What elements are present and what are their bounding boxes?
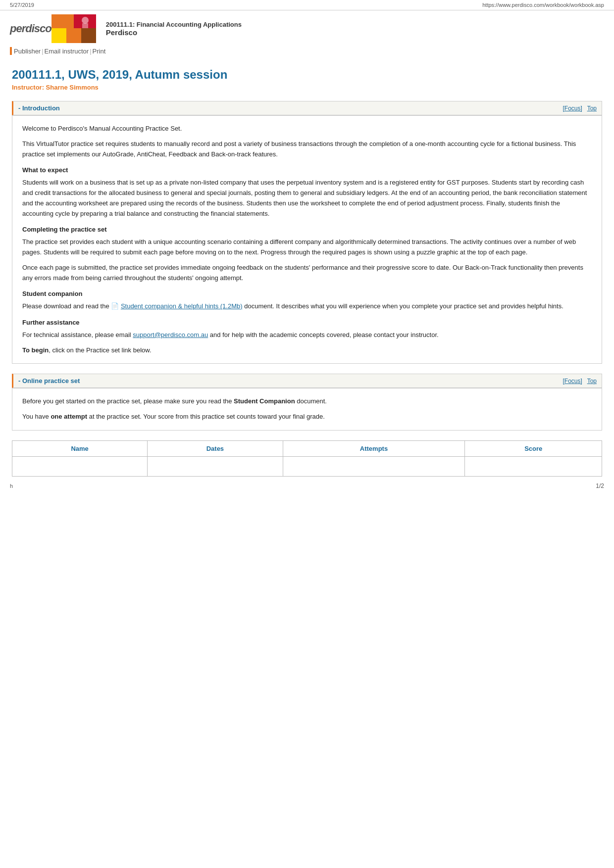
logo-area: perdisco — [10, 14, 96, 43]
svg-rect-0 — [51, 14, 74, 28]
logo-graphic — [51, 14, 96, 43]
table-cell-name — [12, 456, 148, 476]
online-practice-set-title: - Online practice set — [18, 377, 80, 385]
support-email-link[interactable]: support@perdisco.com.au — [133, 331, 208, 338]
online-para2-post: at the practice set. Your score from thi… — [89, 413, 325, 420]
online-practice-para1: Before you get started on the practice s… — [22, 396, 592, 407]
intro-para1: Welcome to Perdisco's Manual Accounting … — [22, 124, 592, 134]
online-practice-set-content-box: Before you get started on the practice s… — [12, 388, 602, 431]
page-footer: h 1/2 — [0, 481, 614, 491]
publisher-link[interactable]: Publisher — [14, 48, 41, 55]
header: perdisco 200111.1: Financial Accounting … — [0, 10, 614, 45]
online-para1-pre: Before you get started on the practice s… — [22, 397, 232, 405]
to-begin-text: To begin — [22, 346, 49, 354]
student-companion-para: Please download and read the 📄 Student c… — [22, 301, 592, 312]
online-practice-focus-link[interactable]: [Focus] — [563, 378, 582, 385]
to-begin-para: To begin, click on the Practice set link… — [22, 345, 592, 356]
online-practice-set-section-header: - Online practice set [Focus] Top — [12, 374, 602, 388]
completing-body1: The practice set provides each student w… — [22, 237, 592, 258]
email-instructor-link[interactable]: Email instructor — [45, 48, 89, 55]
footer-left: h — [10, 483, 13, 489]
page-title-section: 200111.1, UWS, 2019, Autumn session Inst… — [0, 59, 614, 101]
what-to-expect-body: Students will work on a business that is… — [22, 178, 592, 219]
course-title-area: 200111.1: Financial Accounting Applicati… — [106, 21, 242, 37]
intro-para2: This VirtualTutor practice set requires … — [22, 139, 592, 160]
to-begin-rest: , click on the Practice set link below. — [49, 346, 151, 354]
nav-separator-1: | — [42, 48, 43, 55]
student-companion-pre: Please download and read the — [22, 302, 109, 310]
page-title: 200111.1, UWS, 2019, Autumn session — [12, 68, 602, 82]
online-para1-post: document. — [297, 397, 327, 405]
completing-head: Completing the practice set — [22, 225, 592, 235]
introduction-title: - Introduction — [18, 104, 60, 112]
instructor-line: Instructor: Sharne Simmons — [12, 84, 602, 91]
student-companion-head: Student companion — [22, 289, 592, 299]
print-link[interactable]: Print — [93, 48, 106, 55]
pagination: 1/2 — [596, 482, 604, 489]
nav-links: Publisher | Email instructor | Print — [0, 45, 614, 59]
further-assistance-pre: For technical assistance, please email — [22, 331, 131, 338]
online-para2-pre: You have — [22, 413, 49, 420]
practice-table: Name Dates Attempts Score — [12, 440, 602, 477]
table-header-row: Name Dates Attempts Score — [12, 440, 602, 456]
online-para1-bold: Student Companion — [234, 397, 295, 405]
table-cell-dates — [148, 456, 283, 476]
further-assistance-post: and for help with the academic concepts … — [210, 331, 439, 338]
introduction-section-header: - Introduction [Focus] Top — [12, 101, 602, 115]
col-attempts: Attempts — [283, 440, 465, 456]
logo-text: perdisco — [10, 22, 51, 35]
further-assistance-head: Further assistance — [22, 318, 592, 328]
col-score: Score — [465, 440, 602, 456]
table-row — [12, 456, 602, 476]
svg-rect-4 — [81, 28, 96, 43]
svg-rect-6 — [82, 23, 88, 28]
completing-body2: Once each page is submitted, the practic… — [22, 263, 592, 284]
student-companion-link[interactable]: Student companion & helpful hints (1.2Mb… — [121, 302, 243, 310]
further-assistance-para: For technical assistance, please email s… — [22, 330, 592, 340]
introduction-header-links: [Focus] Top — [563, 105, 597, 112]
introduction-content-box: Welcome to Perdisco's Manual Accounting … — [12, 115, 602, 364]
online-practice-set-header-links: [Focus] Top — [563, 378, 597, 385]
col-name: Name — [12, 440, 148, 456]
date-display: 5/27/2019 — [10, 2, 34, 8]
online-practice-para2: You have one attempt at the practice set… — [22, 412, 592, 422]
online-para2-bold: one attempt — [51, 413, 87, 420]
course-title: 200111.1: Financial Accounting Applicati… — [106, 21, 242, 28]
online-practice-top-link[interactable]: Top — [587, 378, 597, 385]
svg-rect-2 — [51, 28, 66, 43]
top-bar: 5/27/2019 https://www.perdisco.com/workb… — [0, 0, 614, 10]
url-display: https://www.perdisco.com/workbook/workbo… — [482, 2, 604, 8]
course-brand: Perdisco — [106, 28, 242, 37]
introduction-focus-link[interactable]: [Focus] — [563, 105, 582, 112]
svg-point-5 — [82, 17, 89, 24]
student-companion-post: document. It describes what you will exp… — [244, 302, 563, 310]
introduction-top-link[interactable]: Top — [587, 105, 597, 112]
table-cell-score — [465, 456, 602, 476]
table-cell-attempts — [283, 456, 465, 476]
what-to-expect-head: What to expect — [22, 165, 592, 176]
nav-accent — [10, 47, 12, 55]
svg-rect-3 — [66, 28, 81, 43]
col-dates: Dates — [148, 440, 283, 456]
nav-separator-2: | — [90, 48, 91, 55]
